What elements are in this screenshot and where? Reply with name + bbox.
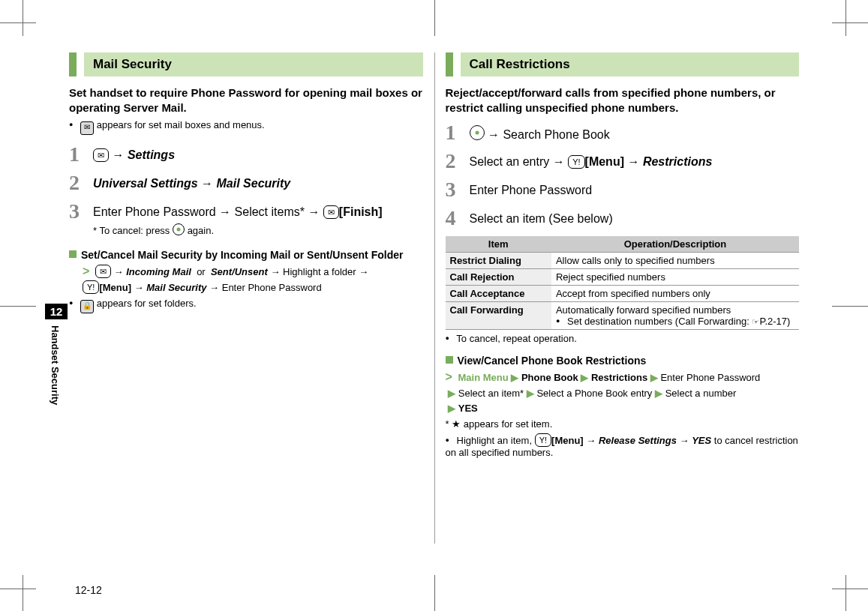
crop-mark: [0, 283, 45, 328]
step2-a: Universal Settings: [93, 177, 198, 190]
step-1: 1 Search Phone Book: [446, 122, 800, 143]
phone-book-label: Phone Book: [521, 372, 578, 383]
table-cell-val: Automatically forward specified numbers …: [551, 302, 799, 330]
arrow-icon: [112, 148, 127, 161]
arrow-icon: [553, 155, 568, 168]
triangle-icon: ▶: [581, 372, 588, 383]
section-header-mail-security: Mail Security: [69, 52, 423, 76]
arrow-icon: [134, 282, 147, 293]
main-menu-label: Main Menu: [458, 372, 508, 383]
triangle-icon: ▶: [448, 388, 455, 399]
crop-mark: [823, 0, 868, 45]
step-3: 3 Enter Phone Password: [446, 179, 800, 200]
page-number: 12-12: [75, 584, 102, 596]
column-divider: [434, 52, 435, 544]
step2-a: Select an entry: [470, 155, 550, 168]
arrow-icon: [219, 205, 234, 218]
step-2: 2 Universal Settings Mail Security: [69, 172, 423, 193]
triangle-icon: ▶: [650, 372, 658, 383]
fwd-line2: Set destination numbers (Call Forwarding…: [567, 316, 749, 327]
step2-b: Mail Security: [217, 177, 291, 190]
triangle-icon: ▶: [511, 372, 518, 383]
select-number-text: Select a number: [665, 388, 737, 399]
table-row: Restrict Dialing Allow calls only to spe…: [446, 253, 800, 269]
square-marker-icon: [446, 356, 453, 364]
section-title: Call Restrictions: [461, 52, 800, 76]
sub-heading-text: Set/Cancel Mail Security by Incoming Mai…: [81, 249, 403, 261]
section-accent-bar: [446, 52, 453, 76]
step-number: 2: [446, 151, 462, 172]
table-cell-val: Allow calls only to specified numbers: [551, 253, 799, 269]
step-number: 1: [69, 144, 86, 165]
yes-label: YES: [458, 403, 478, 414]
step-number: 1: [446, 122, 462, 143]
fwd-line1: Automatically forward specified numbers: [556, 304, 731, 316]
mail-key-icon: ✉: [93, 148, 109, 162]
table-header-desc: Operation/Description: [551, 236, 799, 253]
step1-text: Search Phone Book: [503, 128, 609, 141]
table-cell-key: Call Acceptance: [446, 286, 551, 302]
section-title: Mail Security: [84, 52, 423, 76]
menu-label: [Menu]: [551, 435, 584, 446]
crop-mark: [823, 566, 868, 611]
step3-b: Select items*: [235, 205, 305, 218]
triangle-icon: ▶: [527, 388, 534, 399]
lock-mail-icon: ✉: [80, 121, 94, 135]
table-cell-key: Restrict Dialing: [446, 253, 551, 269]
star-icon: [452, 418, 461, 430]
chapter-number: 12: [45, 304, 68, 319]
select-entry-text: Select a Phone Book entry: [536, 388, 652, 399]
section-accent-bar: [69, 52, 77, 76]
square-marker-icon: [69, 250, 77, 258]
chevron-icon: >: [446, 370, 452, 383]
page-content: Mail Security Set handset to require Pho…: [69, 52, 799, 574]
arrow-icon: [270, 266, 283, 277]
arrow-icon: [627, 155, 642, 168]
star-note-text: appears for set item.: [464, 418, 553, 430]
sent-unsent-label: Sent/Unsent: [211, 266, 268, 277]
table-cell-val: Reject specified numbers: [551, 269, 799, 286]
restrictions-table: Item Operation/Description Restrict Dial…: [446, 236, 800, 330]
arrow-icon: [359, 266, 368, 277]
star-note: * appears for set item.: [446, 417, 800, 432]
table-cell-key: Call Forwarding: [446, 302, 551, 330]
step-2: 2 Select an entry Y![Menu] Restrictions: [446, 151, 800, 172]
sub-heading-text: View/Cancel Phone Book Restrictions: [458, 355, 647, 367]
note-line: To cancel, repeat operation.: [446, 333, 800, 344]
right-column: Call Restrictions Reject/accept/forward …: [446, 52, 800, 574]
intro-text: Set handset to require Phone Password fo…: [69, 85, 423, 115]
step3-finish: [Finish]: [339, 205, 383, 218]
mail-security-label: Mail Security: [146, 282, 206, 293]
yes-label: YES: [692, 435, 711, 446]
arrow-icon: [308, 205, 323, 218]
arrow-icon: [586, 435, 599, 446]
enter-password-text: Enter Phone Password: [660, 372, 760, 383]
sub-procedure: > ✉ Incoming Mail or Sent/Unsent Highlig…: [83, 262, 423, 295]
sub-heading: View/Cancel Phone Book Restrictions: [446, 355, 800, 367]
crop-mark: [0, 566, 45, 611]
table-row: Call Forwarding Automatically forward sp…: [446, 302, 800, 330]
select-item-text: Select an item*: [458, 388, 524, 399]
note-text: appears for set mail boxes and menus.: [97, 119, 265, 130]
step-number: 2: [69, 172, 86, 193]
release-settings-label: Release Settings: [599, 435, 677, 446]
y-key-icon: Y!: [535, 433, 551, 447]
step-3: 3 Enter Phone Password Select items* ✉[F…: [69, 201, 423, 238]
table-row: Call Acceptance Accept from specified nu…: [446, 286, 800, 302]
mail-key-icon: ✉: [95, 265, 111, 278]
step-1: 1 ✉ Settings: [69, 144, 423, 165]
restrictions-label: Restrictions: [591, 372, 647, 383]
or-text: or: [197, 266, 206, 277]
page-ref-icon: ☞: [752, 317, 759, 327]
step3-a: Enter Phone Password: [93, 205, 216, 218]
mail-key-icon: ✉: [323, 205, 339, 219]
step1-label: Settings: [128, 148, 175, 161]
left-column: Mail Security Set handset to require Pho…: [69, 52, 423, 574]
crop-mark: [823, 283, 868, 328]
enter-password-text: Enter Phone Password: [222, 282, 322, 293]
step3-note: * To cancel: press: [93, 225, 170, 236]
nav-key-icon: [470, 125, 485, 140]
chapter-name: Handset Security: [45, 319, 65, 405]
step4-text: Select an item (See below): [470, 212, 613, 225]
bullet-icon: [556, 316, 564, 327]
